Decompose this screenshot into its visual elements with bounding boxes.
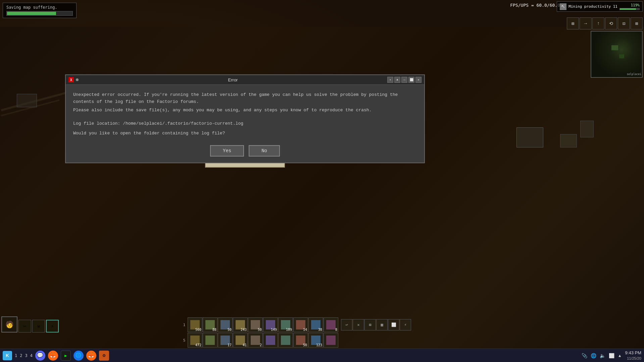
hotbar-slot-1-1[interactable]: 560 [188,317,202,332]
taskbar-icon-volume[interactable]: 🔈 [600,353,605,358]
hotbar-action-undo[interactable]: ↩ [341,319,352,330]
taskbar-factorio[interactable]: ⚙ [99,351,109,361]
error-yes-button[interactable]: Yes [210,145,244,157]
window-control-minimize[interactable]: — [401,77,407,83]
hotbar-slot-2-10[interactable] [324,333,338,348]
error-question: Would you like to open the folder contai… [73,130,417,137]
taskbar-icon-network[interactable]: 🌐 [591,353,596,358]
workspace-3[interactable]: 3 [25,353,27,358]
error-title-x-icon: X [68,77,74,82]
hotbar-action-blueprint[interactable]: ⊞ [364,319,376,330]
hotbar-slot-2-3[interactable]: 17 [218,333,233,348]
hotbar-slot-2-6[interactable] [263,333,278,348]
hotbar-slot-1-8[interactable]: 14 [293,317,308,332]
hotbar-slot-1-6[interactable]: 149 [263,317,278,332]
window-control-up[interactable]: ▲ [394,77,400,83]
error-dialog-title: Error [79,77,387,82]
clock-date: 11/25/20 [625,356,641,361]
taskbar: K 1 2 3 4 💬 🦊 ▶ 🌐 🦊 ⚙ 📎 🌐 🔈 ⬜ ▲ 9:43 PM … [0,349,644,362]
hotbar-slot-1-10[interactable]: 8 [324,317,338,332]
tool-slot-2[interactable]: ⚒ [32,320,45,333]
mining-productivity-label: Mining productivity 11 [568,4,617,9]
hotbar-area: 1 560 88 50 243 50 149 109 [181,317,411,348]
hotbar-slot-2-4[interactable]: 41 [233,333,248,348]
hotbar-slot-2-9[interactable]: 123 [308,333,323,348]
error-message-line2: Please also include the save file(s), an… [73,107,417,114]
hotbar-slot-2-7[interactable] [278,333,293,348]
tool-slot-3[interactable]: ⚡ [46,320,59,333]
mining-productivity-icon: ⛏ [560,3,566,10]
taskbar-clock[interactable]: 9:43 PM 11/25/20 [625,350,641,361]
workspace-2[interactable]: 2 [20,353,22,358]
tool-slot-1[interactable]: ✂ [18,320,31,333]
toolbar-icon-up[interactable]: ↑ [592,17,604,29]
error-message-line1: Unexpected error occurred. If you're run… [73,92,417,106]
fps-counter: FPS/UPS = 60.0/60.0 [510,3,560,8]
taskbar-firefox2[interactable]: 🦊 [86,351,96,361]
hotbar-slot-2-8[interactable]: 50 [293,333,308,348]
fps-value: FPS/UPS = 60.0/60.0 [510,3,560,8]
toolbar-icon-extra[interactable]: ⊞ [631,17,643,29]
taskbar-firefox[interactable]: 🦊 [48,351,58,361]
toolbar-icon-rotate[interactable]: ⟲ [605,17,617,29]
taskbar-browser[interactable]: 🌐 [73,351,84,361]
error-indicator-dot [76,78,79,81]
hotbar-slot-1-4[interactable]: 243 [233,317,248,332]
toolbar-icon-map[interactable]: ⊞ [567,17,579,29]
hotbar-action-grid[interactable]: ▦ [376,319,388,330]
workspace-4[interactable]: 4 [30,353,33,358]
hotbar-action-delete[interactable]: ✕ [353,319,364,330]
hotbar-row2-number: 5 [181,338,187,343]
taskbar-start-button[interactable]: K [3,351,12,360]
toolbar-icons: ⊞ → ↑ ⟲ ⊡ ⊞ [567,17,643,29]
save-notification-text: Saving map suffering. [6,5,73,10]
taskbar-icon-attach[interactable]: 📎 [582,353,587,358]
hotbar-slot-2-5[interactable]: 2 [248,333,263,348]
character-area: 🧑 ✂ ⚒ ⚡ [1,316,59,333]
game-background [0,0,644,362]
hotbar-slot-1-3[interactable]: 50 [218,317,233,332]
hotbar-slot-1-9[interactable]: 38 [308,317,323,332]
window-control-maximize[interactable]: ⬜ [408,77,414,83]
taskbar-terminal[interactable]: ▶ [61,351,71,361]
hotbar-action-link[interactable]: ⚡ [400,319,411,330]
error-content: Unexpected error occurred. If you're run… [66,85,424,163]
mining-productivity-percent: 119% [631,3,640,7]
toolbar-icon-grid[interactable]: ⊡ [618,17,630,29]
hotbar-slot-1-2[interactable]: 88 [203,317,217,332]
error-log-path: Log file location: /home/selplacei/.fact… [73,120,417,127]
hotbar-slot-1-5[interactable]: 50 [248,317,263,332]
taskbar-discord[interactable]: 💬 [35,351,45,361]
error-dialog: X Error ▾ ▲ — ⬜ ✕ Unexpected error occur… [65,74,425,163]
taskbar-icon-battery[interactable]: ⬜ [609,353,614,358]
window-control-close[interactable]: ✕ [415,77,422,83]
hotbar-slot-2-1[interactable]: 472 [188,333,202,348]
save-notification: Saving map suffering. [3,3,77,18]
taskbar-icon-up[interactable]: ▲ [618,353,622,358]
error-no-button[interactable]: No [249,145,280,157]
hotbar-slot-2-2[interactable] [203,333,217,348]
hotbar-action-select[interactable]: ⬜ [388,319,399,330]
minimap[interactable]: selplacei [591,31,643,78]
hotbar-row1-number: 1 [181,323,187,327]
character-portrait: 🧑 [1,316,17,333]
error-titlebar: X Error ▾ ▲ — ⬜ ✕ [66,75,424,85]
mining-productivity-widget: ⛏ Mining productivity 11 119% [557,1,643,12]
toolbar-icon-arrow[interactable]: → [580,17,592,29]
hotbar-slot-1-7[interactable]: 109 [278,317,293,332]
clock-time: 9:43 PM [625,350,641,356]
window-control-dropdown[interactable]: ▾ [387,77,393,83]
workspace-1[interactable]: 1 [15,353,17,358]
taskbar-right: 📎 🌐 🔈 ⬜ ▲ 9:43 PM 11/25/20 [582,350,641,361]
